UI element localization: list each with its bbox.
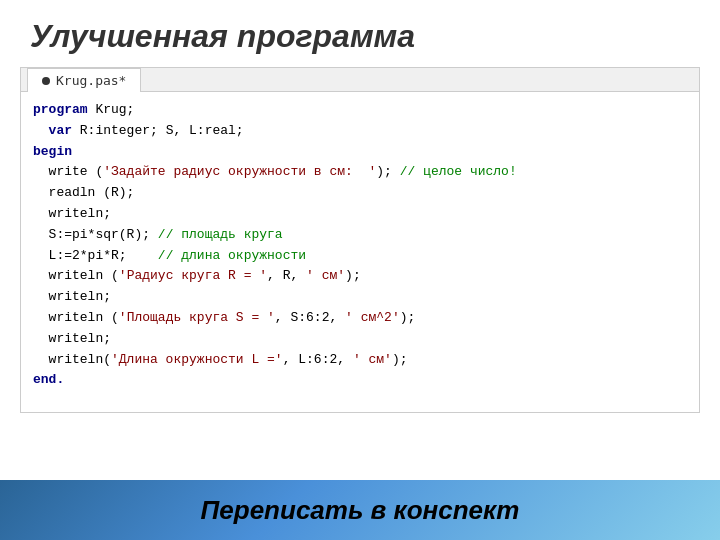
tab-bar: Krug.pas*: [21, 68, 699, 92]
code-line-3: begin: [33, 142, 687, 163]
code-line-4: write ('Задайте радиус окружности в см: …: [33, 162, 687, 183]
code-line-5: readln (R);: [33, 183, 687, 204]
tab-dot-icon: [42, 77, 50, 85]
code-container: Krug.pas* program Krug; var R:integer; S…: [20, 67, 700, 413]
code-line-10: writeln;: [33, 287, 687, 308]
code-line-9: writeln ('Радиус круга R = ', R, ' см');: [33, 266, 687, 287]
file-tab[interactable]: Krug.pas*: [27, 68, 141, 92]
code-line-2: var R:integer; S, L:real;: [33, 121, 687, 142]
code-line-13: writeln('Длина окружности L =', L:6:2, '…: [33, 350, 687, 371]
code-line-6: writeln;: [33, 204, 687, 225]
code-line-1: program Krug;: [33, 100, 687, 121]
bottom-label: Переписать в конспект: [201, 495, 520, 526]
code-line-14: end.: [33, 370, 687, 391]
code-line-12: writeln;: [33, 329, 687, 350]
page-title: Улучшенная программа: [0, 0, 720, 67]
code-line-11: writeln ('Площадь круга S = ', S:6:2, ' …: [33, 308, 687, 329]
code-line-7: S:=pi*sqr(R); // площадь круга: [33, 225, 687, 246]
code-editor: program Krug; var R:integer; S, L:real; …: [21, 92, 699, 412]
bottom-bar: Переписать в конспект: [0, 480, 720, 540]
tab-label: Krug.pas*: [56, 73, 126, 88]
page: Улучшенная программа Krug.pas* program K…: [0, 0, 720, 540]
code-line-8: L:=2*pi*R; // длина окружности: [33, 246, 687, 267]
